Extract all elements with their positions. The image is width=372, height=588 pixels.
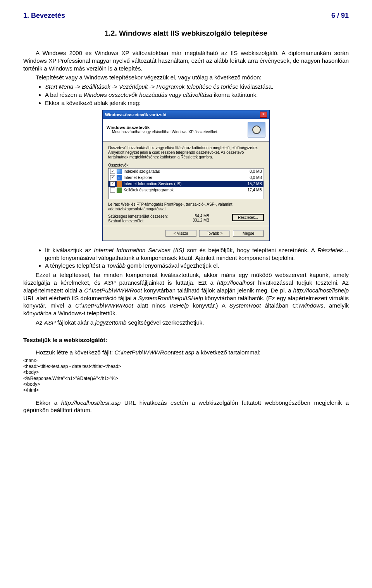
wizard-titlebar: Windows-összetevők varázsló × [103,110,269,119]
package-icon [117,181,122,187]
list-item-italic: Internet Information Services (IIS) [94,247,184,253]
italic-span: C:\Windows [293,302,324,309]
text-span: parancsfájljainkat is futtatja. Ezt a [115,279,217,286]
row-name: Kellékek és segédprogramok [124,188,242,192]
text-span: Hozzuk létre a következő fájlt: [36,349,114,356]
ie-icon: e [117,175,122,181]
back-button[interactable]: < Vissza [165,230,196,237]
intro-paragraph-1: A Windows 2000 és Windows XP változatokb… [23,49,349,72]
checkbox-icon[interactable]: ✓ [110,169,115,174]
header-left: 1. Bevezetés [23,12,65,20]
code-line: <%Response.Write"<h1>"&Date()&"</h1>"%> [23,376,349,382]
italic-span: http://localhost/test.asp [61,399,121,406]
cancel-button[interactable]: Mégse [233,230,264,237]
tool-icon [117,187,122,193]
text-span: általában [261,302,293,309]
text-span: a következő tartalommal: [194,349,260,356]
list-row[interactable]: ✓ e Internet Explorer 0,0 MB [108,175,264,181]
italic-span: C:\InetPub\WWWRoot [84,287,142,294]
row-size: 0,0 MB [242,169,262,174]
text-span: Ekkor a [36,399,61,406]
wizard-header-text: Windows-összetevők Most hozzáadhat vagy … [107,125,218,134]
code-line: <html> [23,358,349,364]
wizard-header-subtitle: Most hozzáadhat vagy eltávolíthat Window… [112,130,218,134]
required-space-value: 54,4 MB [186,214,209,218]
list-row[interactable]: ✓ Indexelő szolgáltatás 0,0 MB [108,168,264,175]
italic-span: IISHelp [170,302,189,309]
wizard-hint: Összetevő hozzáadásához vagy eltávolítás… [108,146,264,160]
row-size: 15,7 MB [242,182,262,186]
italic-span: C:\InetPub\WWWRoot\test.asp [114,349,194,356]
text-span: fájlokat akár a [56,319,95,326]
row-name: Indexelő szolgáltatás [124,169,242,174]
text-span: segítségével szerkeszthetjük. [126,319,204,326]
code-line: </html> [23,387,349,393]
italic-span: http://localhost [217,279,255,286]
required-space-label: Szükséges lemezterület összesen: [108,214,186,218]
checkbox-icon[interactable] [110,187,115,193]
text-span: könyvtárban található fájlok alapján jel… [142,287,293,294]
components-label: Összetevők: [108,163,264,167]
components-listbox[interactable]: ✓ Indexelő szolgáltatás 0,0 MB ✓ e Inter… [108,168,264,199]
code-line: <body> [23,370,349,375]
wizard-header-title: Windows-összetevők [107,125,218,130]
row-name: Internet Information Services (IIS) [124,182,242,186]
list-item-text: gomb lenyomásával végezhetjük el. [126,262,219,269]
paragraph-asp-edit: Az ASP fájlokat akár a jegyzettömb segít… [23,319,349,327]
details-button[interactable]: Részletek... [232,214,264,221]
italic-span: ASP [104,279,115,286]
list-item: Ekkor a következő ablak jelenik meg: [45,99,349,107]
page-header: 1. Bevezetés 6 / 91 [23,12,349,20]
paragraph-install-result: Ezzel a telepítéssel, ha minden komponen… [23,271,349,317]
subheading: Teszteljük le a webkiszolgálót: [23,337,349,343]
italic-span: http://localhost/iishelp [293,287,349,294]
list-item-text: kiválasztása. [238,83,273,90]
bullet-list-2: Itt kiválasztjuk az Internet Information… [23,246,349,270]
list-item-italic: Tovább [107,262,126,269]
italic-span: SystemRoot [229,302,261,309]
wizard-body: Összetevő hozzáadásához vagy eltávolítás… [103,142,269,226]
checkbox-icon[interactable]: ✓ [110,181,115,186]
list-row-selected[interactable]: ✓ Internet Information Services (IIS) 15… [108,181,264,187]
description-text: Leírás: Web- és FTP-támogatás FrontPage-… [108,202,264,211]
text-span: Az [36,319,44,326]
list-item: Itt kiválasztjuk az Internet Information… [45,246,349,262]
row-size: 0,0 MB [242,175,262,180]
summary-block: Szükséges lemezterület összesen: Szabad … [108,214,264,224]
list-item-italic: Részletek… [317,247,349,253]
italic-span: SystemRoot\help\IISHelp [138,295,203,301]
italic-span: jegyzettömb [95,319,126,326]
row-size: 17,4 MB [242,188,262,192]
list-item-text: ikonra kattintunk. [212,91,258,98]
paragraph-create-file: Hozzuk létre a következő fájlt: C:\InetP… [23,349,349,356]
wizard-title: Windows-összetevők varázsló [105,112,166,117]
list-item-text: sort és bejelöljük, hogy telepíteni szer… [184,247,317,253]
wizard-footer: < Vissza Tovább > Mégse [103,226,269,241]
list-row[interactable]: Kellékek és segédprogramok 17,4 MB [108,187,264,193]
list-item: Start Menü -> Beállítások -> Vezérlőpult… [45,83,349,91]
document-page: 1. Bevezetés 6 / 91 1.2. Windows alatt I… [0,0,372,431]
bullet-list-1: Start Menü -> Beállítások -> Vezérlőpult… [23,83,349,107]
globe-icon [117,169,122,174]
list-item-text: Itt kiválasztjuk az [45,247,94,253]
list-item-text: A bal részen a [45,91,83,98]
free-space-label: Szabad lemezterület: [108,219,186,223]
list-item-text: gomb lenyomásával válogathatunk a kompon… [45,254,295,261]
free-space-value: 331,2 MB [186,218,209,222]
intro-paragraph-2: Telepítését vagy a Windows telepítésekor… [23,74,349,81]
list-item: A bal részen a Windows összetevők hozzáa… [45,91,349,99]
list-item-italic: Windows összetevők hozzáadás vagy eltávo… [83,91,212,98]
checkbox-icon[interactable]: ✓ [110,175,115,180]
cd-icon [248,122,265,138]
code-block: <html> <head><title>test.asp - date test… [23,358,349,394]
list-item: A tényleges telepítést a Tovább gomb len… [45,262,349,270]
section-title: 1.2. Windows alatt IIS webkiszolgáló tel… [23,29,349,38]
list-item-text: A tényleges telepítést a [45,262,107,269]
header-right: 6 / 91 [331,12,349,20]
paragraph-result: Ekkor a http://localhost/test.asp URL hi… [23,399,349,414]
close-icon[interactable]: × [260,112,267,118]
next-button[interactable]: Tovább > [199,230,230,237]
text-span: könyvtár.) A [189,302,229,309]
row-name: Internet Explorer [124,175,242,180]
wizard-window: Windows-összetevők varázsló × Windows-ös… [102,110,270,241]
